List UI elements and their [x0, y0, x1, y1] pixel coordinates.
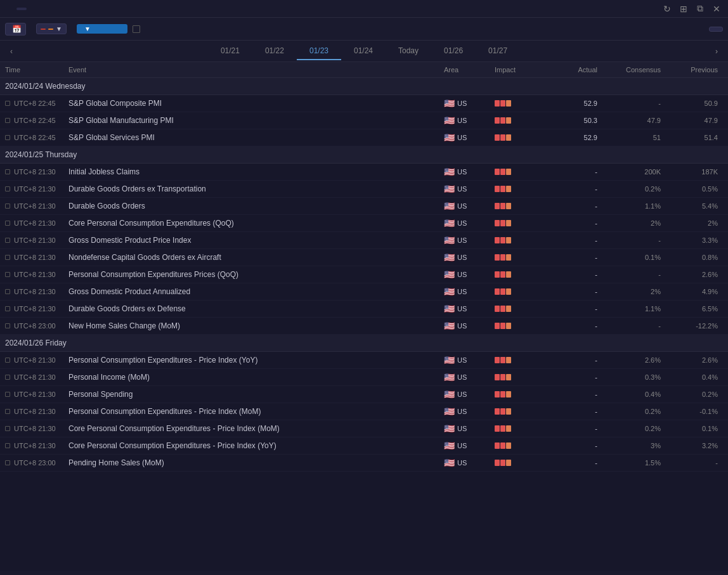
- tab-day[interactable]: [5, 8, 15, 10]
- row-expand-icon[interactable]: [5, 323, 10, 328]
- row-actual: -: [552, 459, 602, 467]
- area-text: US: [457, 408, 467, 415]
- back-today-button[interactable]: [709, 27, 723, 32]
- date-nav-0123[interactable]: 01/23: [297, 42, 341, 60]
- row-expand-icon[interactable]: [5, 443, 10, 448]
- row-previous: -0.1%: [666, 408, 723, 415]
- row-actual: -: [552, 202, 602, 210]
- row-expand-icon[interactable]: [5, 135, 10, 140]
- flag-icon: 🇺🇸: [444, 98, 455, 108]
- row-impact: [495, 254, 552, 261]
- area-text: US: [457, 425, 467, 432]
- favorite-checkbox[interactable]: [133, 25, 143, 33]
- table-row[interactable]: UTC+8 21:30Personal Consumption Expendit…: [0, 403, 728, 420]
- date-nav-today[interactable]: Today: [386, 42, 431, 60]
- table-row[interactable]: UTC+8 21:30Personal Income (MoM)🇺🇸US-0.3…: [0, 369, 728, 386]
- area-text: US: [457, 219, 467, 227]
- table-row[interactable]: UTC+8 21:30Gross Domestic Product Price …: [0, 232, 728, 249]
- date-nav-0126[interactable]: 01/26: [431, 42, 476, 60]
- date-nav-0127[interactable]: 01/27: [476, 42, 520, 60]
- events-scroll-container[interactable]: 2024/01/24 WednesdayUTC+8 22:45S&P Globa…: [0, 78, 728, 571]
- row-expand-icon[interactable]: [5, 169, 10, 174]
- row-previous: 0.2%: [666, 391, 723, 398]
- table-row[interactable]: UTC+8 23:00New Home Sales Change (MoM)🇺🇸…: [0, 318, 728, 335]
- row-actual: -: [552, 271, 602, 278]
- table-row[interactable]: UTC+8 21:30Durable Goods Orders ex Defen…: [0, 300, 728, 318]
- area-text: US: [457, 236, 467, 244]
- row-time: UTC+8 21:30: [5, 219, 68, 227]
- close-icon[interactable]: ✕: [710, 3, 723, 15]
- row-expand-icon[interactable]: [5, 426, 10, 431]
- refresh-icon[interactable]: ↻: [661, 3, 673, 15]
- table-row[interactable]: UTC+8 21:30Core Personal Consumption Exp…: [0, 215, 728, 232]
- section-header-2: 2024/01/26 Friday: [0, 335, 728, 352]
- row-impact: [495, 306, 552, 312]
- area-text: US: [457, 322, 467, 330]
- flag-icon: 🇺🇸: [444, 304, 455, 314]
- table-row[interactable]: UTC+8 23:00Pending Home Sales (MoM)🇺🇸US-…: [0, 455, 728, 472]
- flag-icon: 🇺🇸: [444, 423, 455, 434]
- table-row[interactable]: UTC+8 21:30Durable Goods Orders ex Trans…: [0, 181, 728, 198]
- row-area: 🇺🇸US: [444, 184, 495, 194]
- row-expand-icon[interactable]: [5, 272, 10, 277]
- impact-bars: [495, 460, 552, 466]
- row-expand-icon[interactable]: [5, 221, 10, 226]
- row-expand-icon[interactable]: [5, 375, 10, 380]
- row-previous: 0.4%: [666, 373, 723, 381]
- table-row[interactable]: UTC+8 21:30Personal Consumption Expendit…: [0, 352, 728, 369]
- row-expand-icon[interactable]: [5, 289, 10, 294]
- row-impact: [495, 443, 552, 449]
- row-expand-icon[interactable]: [5, 186, 10, 191]
- date-picker[interactable]: 📅: [5, 23, 26, 36]
- layout-icon[interactable]: ⊞: [677, 3, 690, 15]
- table-row[interactable]: UTC+8 21:30Personal Spending🇺🇸US-0.4%0.2…: [0, 386, 728, 403]
- row-expand-icon[interactable]: [5, 409, 10, 414]
- area-dropdown[interactable]: ▼: [77, 24, 127, 34]
- row-impact: [495, 357, 552, 363]
- row-area: 🇺🇸US: [444, 115, 495, 126]
- row-expand-icon[interactable]: [5, 204, 10, 209]
- last-week-button[interactable]: ‹: [5, 47, 20, 56]
- row-expand-icon[interactable]: [5, 238, 10, 243]
- table-row[interactable]: UTC+8 21:30Core Personal Consumption Exp…: [0, 437, 728, 455]
- date-nav-0124[interactable]: 01/24: [341, 42, 386, 60]
- row-area: 🇺🇸US: [444, 355, 495, 365]
- row-expand-icon[interactable]: [5, 101, 10, 106]
- row-area: 🇺🇸US: [444, 441, 495, 451]
- table-row[interactable]: UTC+8 21:30Nondefense Capital Goods Orde…: [0, 249, 728, 266]
- table-row[interactable]: UTC+8 22:45S&P Global Composite PMI🇺🇸US5…: [0, 95, 728, 112]
- impact-dropdown[interactable]: ▼: [36, 23, 67, 34]
- row-expand-icon[interactable]: [5, 392, 10, 397]
- row-impact: [495, 288, 552, 295]
- row-consensus: 3%: [602, 442, 666, 449]
- row-expand-icon[interactable]: [5, 358, 10, 363]
- date-nav-0121[interactable]: 01/21: [208, 42, 252, 60]
- table-row[interactable]: UTC+8 21:30Gross Domestic Product Annual…: [0, 283, 728, 300]
- popout-icon[interactable]: ⧉: [694, 3, 706, 15]
- area-text: US: [457, 254, 467, 261]
- row-expand-icon[interactable]: [5, 255, 10, 260]
- impact-bars: [495, 425, 552, 432]
- table-row[interactable]: UTC+8 21:30Personal Consumption Expendit…: [0, 266, 728, 283]
- row-time: UTC+8 21:30: [5, 254, 68, 261]
- row-expand-icon[interactable]: [5, 460, 10, 465]
- table-row[interactable]: UTC+8 21:30Durable Goods Orders🇺🇸US-1.1%…: [0, 198, 728, 215]
- row-expand-icon[interactable]: [5, 306, 10, 311]
- impact-bars: [495, 357, 552, 363]
- row-consensus: 0.4%: [602, 391, 666, 398]
- row-previous: -12.2%: [666, 322, 723, 330]
- next-week-button[interactable]: ›: [708, 47, 723, 56]
- table-row[interactable]: UTC+8 21:30Initial Jobless Claims🇺🇸US-20…: [0, 164, 728, 181]
- row-time: UTC+8 23:00: [5, 459, 68, 467]
- table-row[interactable]: UTC+8 21:30Core Personal Consumption Exp…: [0, 420, 728, 437]
- row-expand-icon[interactable]: [5, 118, 10, 123]
- impact-bars: [495, 306, 552, 312]
- flag-icon: 🇺🇸: [444, 235, 455, 245]
- date-nav-0122[interactable]: 01/22: [252, 42, 297, 60]
- row-actual: 50.3: [552, 117, 602, 124]
- table-row[interactable]: UTC+8 22:45S&P Global Manufacturing PMI🇺…: [0, 112, 728, 129]
- row-actual: -: [552, 236, 602, 244]
- table-row[interactable]: UTC+8 22:45S&P Global Services PMI🇺🇸US52…: [0, 129, 728, 146]
- tab-month[interactable]: [16, 8, 27, 10]
- row-consensus: 2.6%: [602, 356, 666, 364]
